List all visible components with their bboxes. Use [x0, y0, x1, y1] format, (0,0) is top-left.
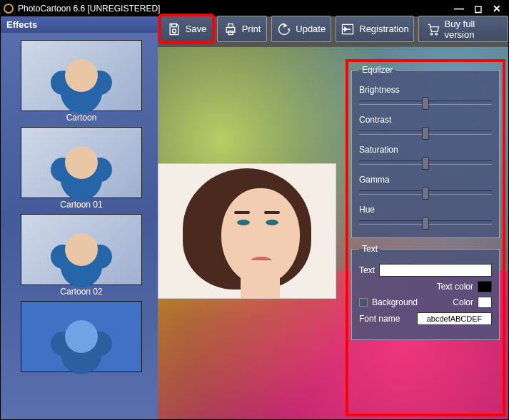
close-button[interactable]: ✕ — [493, 3, 501, 14]
slider-handle[interactable] — [422, 97, 429, 110]
save-label: Save — [186, 24, 207, 34]
svg-rect-4 — [228, 31, 233, 34]
effect-item-cartoon-01[interactable]: Cartoon 01 — [21, 127, 142, 210]
contrast-label: Contrast — [359, 115, 492, 125]
svg-rect-0 — [171, 24, 176, 26]
app-logo-icon — [4, 4, 14, 14]
slider-handle[interactable] — [422, 187, 429, 200]
saturation-label: Saturation — [359, 145, 492, 155]
update-button[interactable]: Update — [271, 16, 331, 42]
effect-thumbnail — [21, 40, 142, 111]
equalizer-legend: Equlizer — [359, 65, 395, 75]
gamma-slider[interactable] — [359, 190, 492, 195]
text-panel: Text Text Text color Background Color Fo… — [351, 244, 500, 340]
saturation-slider[interactable] — [359, 160, 492, 165]
save-icon — [167, 22, 181, 36]
text-input[interactable] — [379, 264, 492, 277]
registration-button[interactable]: Registration — [336, 16, 413, 42]
maximize-button[interactable]: ◻ — [474, 3, 483, 14]
bg-color-swatch[interactable] — [478, 297, 492, 308]
registration-icon — [341, 22, 355, 36]
print-button[interactable]: Print — [217, 16, 267, 42]
text-label: Text — [359, 265, 375, 275]
app-title: PhotoCartoon 6.6 [UNREGISTERED] — [18, 4, 160, 14]
hue-label: Hue — [359, 205, 492, 215]
buy-button[interactable]: Buy full version — [418, 16, 508, 42]
slider-handle[interactable] — [422, 157, 429, 170]
svg-point-6 — [430, 33, 433, 34]
slider-handle[interactable] — [422, 127, 429, 140]
equalizer-panel: Equlizer Brightness Contrast Saturation … — [351, 65, 500, 238]
buy-label: Buy full version — [445, 19, 500, 40]
update-label: Update — [296, 24, 326, 34]
registration-label: Registration — [359, 24, 408, 34]
effect-thumbnail — [21, 214, 142, 285]
svg-rect-2 — [226, 27, 235, 32]
effects-list[interactable]: Cartoon Cartoon 01 Cartoon 02 — [1, 33, 158, 419]
svg-point-1 — [172, 29, 176, 33]
save-button[interactable]: Save — [161, 16, 213, 42]
effect-label: Cartoon 01 — [21, 200, 142, 210]
effect-item-cartoon-02[interactable]: Cartoon 02 — [21, 214, 142, 297]
effect-label: Cartoon — [21, 113, 142, 123]
svg-rect-3 — [228, 24, 233, 27]
effect-thumbnail — [21, 301, 142, 372]
toolbar: Save Print Update Registration Buy full … — [158, 16, 508, 46]
gamma-label: Gamma — [359, 175, 492, 185]
print-label: Print — [242, 24, 261, 34]
brightness-label: Brightness — [359, 85, 492, 95]
effect-item[interactable] — [21, 301, 142, 372]
effect-item-cartoon[interactable]: Cartoon — [21, 40, 142, 123]
effect-thumbnail — [21, 127, 142, 198]
effects-header: Effects — [1, 16, 158, 33]
effect-label: Cartoon 02 — [21, 287, 142, 297]
text-color-swatch[interactable] — [478, 281, 492, 292]
text-color-label: Text color — [437, 282, 473, 292]
slider-handle[interactable] — [422, 217, 429, 230]
effects-sidebar: Effects Cartoon Cartoon 01 Cartoon 02 — [1, 16, 158, 419]
font-name-field[interactable]: abcdefABCDEF — [417, 312, 492, 325]
title-bar: PhotoCartoon 6.6 [UNREGISTERED] — ◻ ✕ — [1, 1, 508, 16]
background-checkbox[interactable] — [359, 298, 368, 307]
background-label: Background — [372, 297, 418, 307]
contrast-slider[interactable] — [359, 130, 492, 135]
update-icon — [277, 22, 291, 36]
right-panels: Equlizer Brightness Contrast Saturation … — [346, 59, 505, 416]
print-icon — [223, 22, 238, 36]
minimize-button[interactable]: — — [454, 3, 464, 14]
brightness-slider[interactable] — [359, 101, 492, 105]
bg-color-label: Color — [453, 297, 473, 307]
font-label: Font name — [359, 314, 400, 324]
text-legend: Text — [359, 244, 381, 254]
preview-image — [158, 163, 336, 299]
hue-slider[interactable] — [359, 220, 492, 225]
main-area: Save Print Update Registration Buy full … — [158, 16, 508, 419]
cart-icon — [426, 22, 440, 36]
svg-point-7 — [435, 33, 437, 34]
